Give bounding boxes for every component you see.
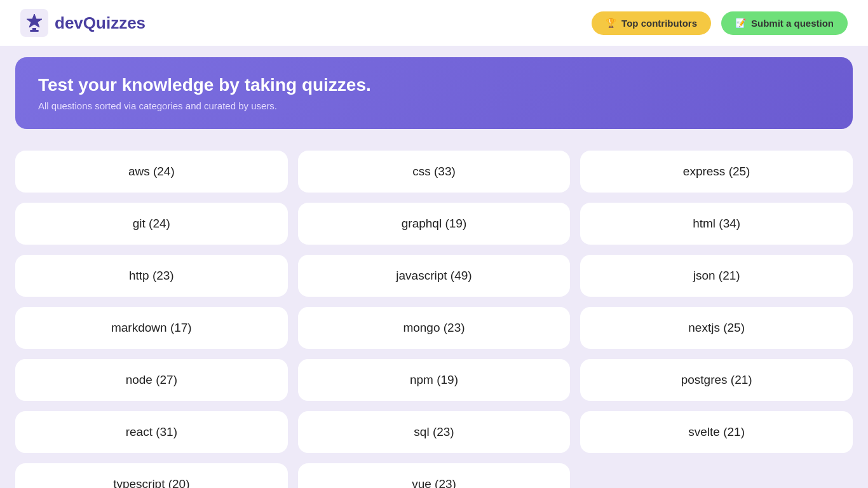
header: devQuizzes 🏆 Top contributors 📝 Submit a… — [0, 0, 868, 46]
quiz-card[interactable]: graphql (19) — [298, 203, 571, 245]
quiz-card[interactable]: svelte (21) — [580, 411, 853, 453]
top-contributors-button[interactable]: 🏆 Top contributors — [592, 11, 711, 35]
submit-icon: 📝 — [735, 18, 746, 28]
quiz-card[interactable]: react (31) — [15, 411, 288, 453]
contributors-label: Top contributors — [621, 18, 697, 29]
quiz-card[interactable]: git (24) — [15, 203, 288, 245]
header-buttons: 🏆 Top contributors 📝 Submit a question — [592, 11, 848, 35]
quiz-card[interactable]: nextjs (25) — [580, 307, 853, 349]
submit-question-button[interactable]: 📝 Submit a question — [721, 11, 848, 35]
hero-subtitle: All questions sorted via categories and … — [38, 100, 830, 111]
quiz-card[interactable]: aws (24) — [15, 151, 288, 193]
trophy-icon — [20, 9, 48, 37]
contributors-icon: 🏆 — [606, 18, 616, 28]
quiz-card[interactable]: json (21) — [580, 255, 853, 297]
quiz-card[interactable]: css (33) — [298, 151, 571, 193]
quiz-card[interactable]: sql (23) — [298, 411, 571, 453]
submit-label: Submit a question — [751, 18, 834, 29]
quiz-card[interactable]: express (25) — [580, 151, 853, 193]
quiz-card[interactable]: mongo (23) — [298, 307, 571, 349]
quiz-card[interactable]: http (23) — [15, 255, 288, 297]
quiz-card[interactable]: vue (23) — [298, 463, 571, 488]
hero-banner: Test your knowledge by taking quizzes. A… — [15, 57, 853, 129]
quiz-card[interactable]: npm (19) — [298, 359, 571, 401]
quiz-card[interactable]: javascript (49) — [298, 255, 571, 297]
quiz-card[interactable]: node (27) — [15, 359, 288, 401]
hero-title: Test your knowledge by taking quizzes. — [38, 75, 830, 95]
logo-area: devQuizzes — [20, 9, 146, 37]
quiz-grid: aws (24)css (33)express (25)git (24)grap… — [0, 140, 868, 488]
svg-rect-2 — [30, 30, 39, 32]
quiz-card[interactable]: markdown (17) — [15, 307, 288, 349]
quiz-card[interactable]: typescript (20) — [15, 463, 288, 488]
quiz-card[interactable]: postgres (21) — [580, 359, 853, 401]
logo-text: devQuizzes — [55, 13, 146, 33]
quiz-card[interactable]: html (34) — [580, 203, 853, 245]
